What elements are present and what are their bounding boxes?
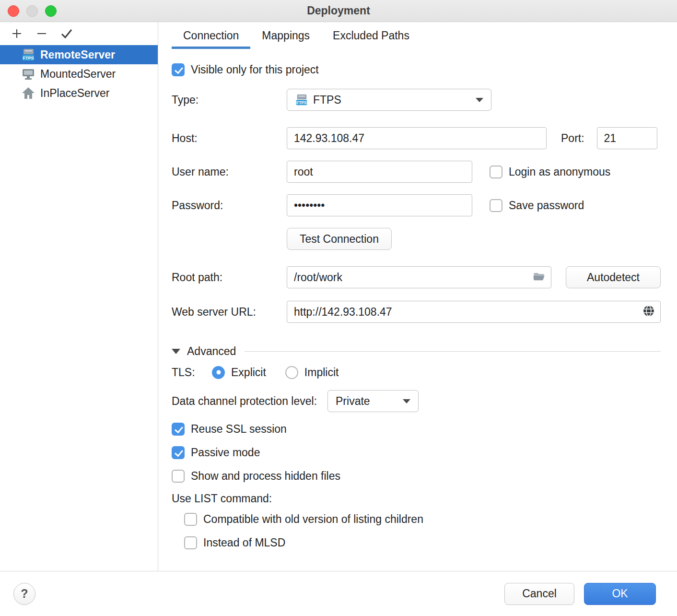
tab-label: Connection xyxy=(183,29,239,42)
compatible-row: Compatible with old version of listing c… xyxy=(184,513,661,526)
server-list-item-inplaceserver[interactable]: InPlaceServer xyxy=(0,83,158,103)
protection-level-select[interactable]: Private xyxy=(327,390,419,412)
remove-server-button[interactable] xyxy=(32,25,52,42)
tab-mappings[interactable]: Mappings xyxy=(250,22,321,49)
root-path-row: Root path: Autodetect xyxy=(172,266,661,288)
root-path-input[interactable] xyxy=(287,266,551,288)
save-password-checkbox[interactable] xyxy=(490,199,502,212)
server-sidebar: FTPS RemoteServer MountedServe xyxy=(0,22,158,571)
server-list-item-mountedserver[interactable]: MountedServer xyxy=(0,64,158,83)
tls-explicit-label: Explicit xyxy=(231,366,266,379)
connection-panel: Connection Mappings Excluded Paths Visib… xyxy=(158,22,677,571)
mlsd-label: Instead of MLSD xyxy=(203,536,285,549)
connection-form: Visible only for this project Type: FTPS xyxy=(172,49,661,549)
type-label: Type: xyxy=(172,94,287,107)
root-path-field-wrap xyxy=(287,266,551,288)
deployment-dialog: Deployment xyxy=(0,0,677,616)
list-command-row: Use LIST command: xyxy=(172,492,661,505)
autodetect-button[interactable]: Autodetect xyxy=(566,266,661,288)
dialog-footer: ? Cancel OK xyxy=(0,571,677,616)
web-server-url-input[interactable] xyxy=(287,301,661,323)
username-input[interactable] xyxy=(287,161,472,183)
host-input[interactable] xyxy=(287,127,547,149)
hidden-files-checkbox[interactable] xyxy=(172,470,185,483)
zoom-window-button[interactable] xyxy=(45,5,57,17)
username-row: User name: Login as anonymous xyxy=(172,161,661,183)
server-item-label: InPlaceServer xyxy=(40,87,109,100)
server-list-item-remoteserver[interactable]: FTPS RemoteServer xyxy=(0,45,158,64)
reuse-ssl-label: Reuse SSL session xyxy=(191,423,287,436)
window-title: Deployment xyxy=(307,4,370,17)
protection-level-label: Data channel protection level: xyxy=(172,395,317,408)
test-connection-row: Test Connection xyxy=(172,228,661,250)
home-icon xyxy=(21,86,35,100)
port-input[interactable] xyxy=(597,127,657,149)
username-label: User name: xyxy=(172,166,287,178)
globe-icon[interactable] xyxy=(642,305,655,319)
cancel-button[interactable]: Cancel xyxy=(504,583,574,605)
sidebar-toolbar xyxy=(0,22,158,45)
password-row: Password: Save password xyxy=(172,194,661,216)
ftps-icon: FTPS xyxy=(295,93,308,107)
check-icon xyxy=(60,27,73,40)
tls-row: TLS: Explicit Implicit xyxy=(172,364,661,380)
tab-excluded-paths[interactable]: Excluded Paths xyxy=(321,22,421,49)
hidden-files-label: Show and process hidden files xyxy=(191,470,340,483)
visible-only-row: Visible only for this project xyxy=(172,63,661,76)
dialog-body: FTPS RemoteServer MountedServe xyxy=(0,22,677,571)
passive-mode-row: Passive mode xyxy=(172,446,661,459)
plus-icon xyxy=(11,27,23,40)
visible-only-label: Visible only for this project xyxy=(191,63,319,76)
add-server-button[interactable] xyxy=(7,25,27,42)
type-select-value: FTPS xyxy=(313,94,341,107)
close-window-button[interactable] xyxy=(8,5,19,17)
tls-explicit-radio[interactable] xyxy=(212,366,225,379)
tls-implicit-radio[interactable] xyxy=(285,366,298,379)
divider xyxy=(245,351,661,352)
ok-button[interactable]: OK xyxy=(584,583,656,605)
reuse-ssl-checkbox[interactable] xyxy=(172,423,185,436)
protection-level-value: Private xyxy=(336,395,370,408)
login-anonymous-checkbox[interactable] xyxy=(490,166,502,178)
chevron-down-icon xyxy=(476,98,483,102)
chevron-down-icon xyxy=(403,399,410,403)
monitor-icon xyxy=(21,67,35,81)
server-list: FTPS RemoteServer MountedServe xyxy=(0,45,158,103)
hidden-files-row: Show and process hidden files xyxy=(172,470,661,483)
reuse-ssl-row: Reuse SSL session xyxy=(172,423,661,436)
compatible-label: Compatible with old version of listing c… xyxy=(203,513,423,526)
host-row: Host: Port: xyxy=(172,127,661,149)
mlsd-checkbox[interactable] xyxy=(184,536,197,549)
svg-text:FTPS: FTPS xyxy=(23,56,34,60)
minimize-window-button[interactable] xyxy=(26,5,38,17)
server-item-label: RemoteServer xyxy=(40,48,115,61)
protection-level-row: Data channel protection level: Private xyxy=(172,390,661,412)
tls-label: TLS: xyxy=(172,366,212,379)
root-path-label: Root path: xyxy=(172,271,287,284)
web-server-url-row: Web server URL: xyxy=(172,301,661,323)
folder-icon[interactable] xyxy=(532,270,546,285)
advanced-section-toggle[interactable]: Advanced xyxy=(172,344,661,358)
passive-mode-checkbox[interactable] xyxy=(172,446,185,459)
minus-icon xyxy=(35,27,48,40)
tab-connection[interactable]: Connection xyxy=(172,22,250,49)
tab-label: Mappings xyxy=(262,29,310,42)
tls-implicit-label: Implicit xyxy=(304,366,339,379)
list-command-label: Use LIST command: xyxy=(172,492,272,505)
compatible-checkbox[interactable] xyxy=(184,513,197,526)
visible-only-checkbox[interactable] xyxy=(172,63,185,76)
type-row: Type: FTPS FTPS xyxy=(172,89,661,111)
tab-bar: Connection Mappings Excluded Paths xyxy=(172,22,661,49)
apply-button[interactable] xyxy=(57,25,77,42)
help-button[interactable]: ? xyxy=(13,583,35,605)
ftps-icon: FTPS xyxy=(21,47,35,62)
port-label: Port: xyxy=(561,132,584,145)
tab-label: Excluded Paths xyxy=(333,29,409,42)
web-server-url-label: Web server URL: xyxy=(172,306,287,319)
save-password-label: Save password xyxy=(509,199,584,212)
password-input[interactable] xyxy=(287,194,472,216)
password-label: Password: xyxy=(172,199,287,212)
type-select[interactable]: FTPS FTPS xyxy=(287,89,491,111)
test-connection-button[interactable]: Test Connection xyxy=(287,228,392,250)
expand-arrow-icon xyxy=(172,349,180,354)
